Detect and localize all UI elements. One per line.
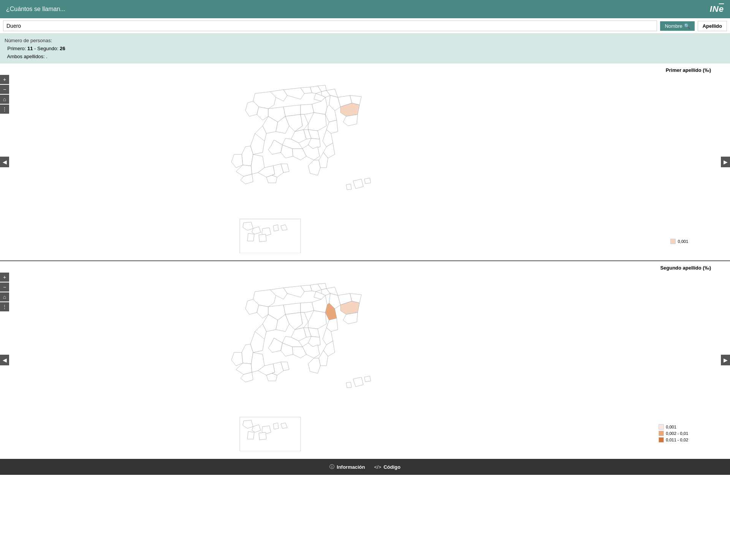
map1-prev-button[interactable]: ◀: [0, 157, 9, 167]
canary-7: [259, 234, 266, 242]
info-ambos: Ambos apellidos: .: [5, 53, 725, 61]
map1-title: Primer apellido (‰): [666, 67, 711, 73]
search-bar: Nombre 🔍 Apellido: [0, 18, 730, 34]
province-cuenca: [302, 145, 320, 160]
province-ourense: [257, 107, 268, 120]
map1-menu[interactable]: ⋮: [0, 105, 9, 114]
app-footer: ⓘ Información </> Código: [0, 459, 730, 475]
map2-controls: + − ⌂ ⋮: [0, 273, 9, 311]
map2-container: 0,001 0,002 - 0,01 0,011 - 0,02: [11, 261, 719, 459]
canary-1: [243, 222, 253, 230]
map2-legend: 0,001 0,002 - 0,01 0,011 - 0,02: [659, 424, 688, 444]
info-icon: ⓘ: [329, 463, 334, 470]
canary-5: [281, 225, 287, 230]
spain-map-2: [209, 269, 521, 451]
footer-code[interactable]: </> Código: [374, 464, 401, 470]
map1-zoom-out[interactable]: −: [0, 85, 9, 94]
ibiza: [346, 184, 352, 190]
spain-map-1: [209, 71, 521, 253]
menorca: [364, 178, 371, 184]
map2-next-button[interactable]: ▶: [721, 355, 730, 365]
map2-zoom-out[interactable]: −: [0, 282, 9, 292]
map2-prev-button[interactable]: ◀: [0, 355, 9, 365]
province-tarragona: [343, 114, 358, 126]
search-input[interactable]: [3, 21, 657, 31]
nombre-button[interactable]: Nombre 🔍: [660, 21, 694, 31]
map1-container: 0,001: [11, 63, 719, 260]
footer-info[interactable]: ⓘ Información: [329, 463, 365, 470]
map2-menu[interactable]: ⋮: [0, 302, 9, 311]
province-murcia: [308, 160, 320, 175]
map1-zoom-in[interactable]: +: [0, 75, 9, 84]
province-badajoz: [242, 146, 253, 166]
map2-title: Segundo apellido (‰): [660, 265, 711, 271]
mallorca: [353, 179, 363, 189]
ine-logo: INe: [710, 4, 724, 14]
map1-controls: + − ⌂ ⋮: [0, 75, 9, 114]
canary-4: [273, 225, 279, 231]
search-icon: 🔍: [684, 23, 690, 29]
province-toledo2: [268, 140, 282, 154]
province-burgos: [301, 104, 314, 114]
map1-home[interactable]: ⌂: [0, 95, 9, 104]
info-counts: Primero: 11 - Segundo: 26: [5, 45, 725, 53]
map1-legend: 0,001: [670, 239, 688, 245]
map-panel-2: ◀ ▶ Segundo apellido (‰) + − ⌂ ⋮: [0, 261, 730, 459]
map2-home[interactable]: ⌂: [0, 292, 9, 301]
canary-6: [247, 233, 254, 241]
province-asturias: [283, 88, 304, 99]
app-header: ¿Cuántos se llaman... INe: [0, 0, 730, 18]
apellido-button[interactable]: Apellido: [698, 21, 727, 31]
code-icon: </>: [374, 464, 381, 470]
map1-next-button[interactable]: ▶: [721, 157, 730, 167]
province-guadalajara-n: [308, 113, 326, 131]
canary-2: [252, 227, 261, 234]
province-huelva: [231, 154, 243, 168]
map2-zoom-in[interactable]: +: [0, 273, 9, 282]
info-bar: Número de personas: Primero: 11 - Segund…: [0, 34, 730, 63]
info-personas: Número de personas:: [5, 37, 725, 45]
app-title: ¿Cuántos se llaman...: [6, 6, 65, 13]
map-panel-1: ◀ ▶ Primer apellido (‰) + − ⌂ ⋮: [0, 63, 730, 261]
